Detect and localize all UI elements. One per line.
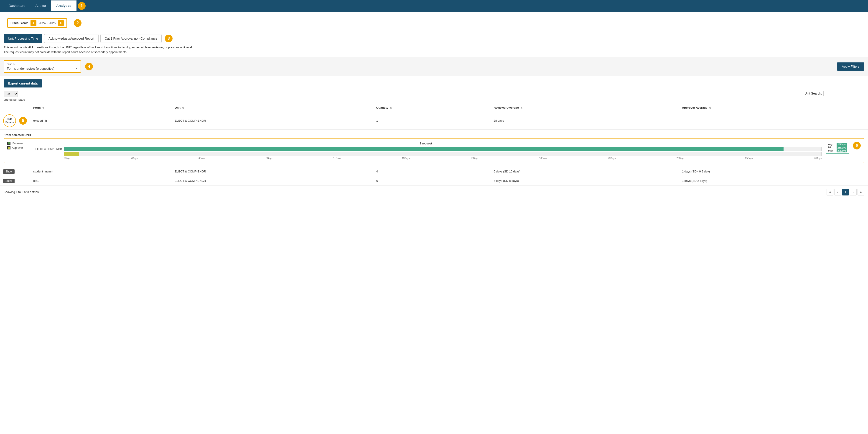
nav-tab-analytics[interactable]: Analytics: [51, 0, 76, 11]
tab-cat1-prior-approval[interactable]: Cat 1 Prior Approval non-Compliance: [100, 34, 162, 43]
table-row: Hide Details 5 exceed_th ELECT & COMP EN…: [0, 112, 868, 129]
row3-form-cell: cat1: [30, 176, 172, 185]
detail-inner: Reviewer Approver 1 request: [4, 138, 864, 163]
nav-bar: Dashboard Auditor Analytics 1: [0, 0, 868, 12]
table-controls: 251050100 entries per page Unit Search:: [4, 91, 864, 102]
row-approver-avg-cell: [679, 112, 868, 129]
step-badge-1: 1: [78, 2, 86, 10]
row-unit-cell: ELECT & COMP ENGR: [172, 112, 373, 129]
stat-min-val: 28Days: [837, 146, 847, 149]
col-header-unit[interactable]: Unit ⇅: [172, 104, 373, 112]
row-quantity-cell: 1: [373, 112, 490, 129]
step-badge-3: 3: [165, 35, 173, 42]
report-description: This report counts ALL transitions throu…: [4, 45, 864, 55]
export-button[interactable]: Export current data: [4, 79, 42, 87]
hide-details-button[interactable]: Hide Details: [3, 114, 16, 127]
stat-max-label: Max: [828, 149, 833, 152]
nav-tab-auditor[interactable]: Auditor: [30, 0, 51, 11]
bar-reviewer: [64, 147, 783, 151]
col-header-form[interactable]: Form ⇅: [30, 104, 172, 112]
show-button-3[interactable]: Show: [3, 179, 14, 183]
from-label: From selected UNIT: [4, 133, 864, 137]
unit-search-input[interactable]: [824, 91, 864, 96]
data-table: Form ⇅ Unit ⇅ Quantity ⇅ Reviewer Averag…: [0, 104, 868, 186]
form-sort-icon: ⇅: [42, 107, 44, 109]
legend-approver: Approver: [7, 146, 26, 149]
step-badge-2: 2: [74, 19, 82, 27]
step-badge-5: 5: [19, 117, 27, 125]
stat-min-label: Min: [828, 146, 832, 149]
legend-reviewer-label: Reviewer: [12, 142, 23, 145]
row2-unit-cell: ELECT & COMP ENGR: [172, 167, 373, 176]
row3-reviewer-avg-cell: 4 days (SD 8 days): [490, 176, 679, 185]
legend-approver-color: [7, 146, 10, 149]
fiscal-prev-button[interactable]: <: [31, 20, 36, 26]
show-button-2[interactable]: Show: [3, 169, 14, 174]
row2-reviewer-avg-cell: 6 days (SD 10 days): [490, 167, 679, 176]
filter-row: Status: Forms under review (prospective)…: [0, 57, 868, 76]
detail-row: From selected UNIT Reviewer Approver: [0, 129, 868, 167]
row2-form-cell: student_invmnt: [30, 167, 172, 176]
bar-container-approver: [64, 152, 822, 156]
pagination-page-1[interactable]: 1: [842, 189, 849, 196]
pagination-next[interactable]: ›: [850, 189, 857, 196]
step-badge-4: 4: [85, 63, 93, 70]
pagination-bar: Showing 1 to 3 of 3 entries « ‹ 1 › »: [0, 186, 868, 198]
report-tab-bar: Unit Processing Time Acknowledged/Approv…: [4, 34, 162, 43]
fiscal-next-button[interactable]: >: [58, 20, 64, 26]
export-row: Export current data: [4, 79, 864, 87]
pagination-buttons: « ‹ 1 › »: [827, 189, 864, 196]
pagination-info: Showing 1 to 3 of 3 entries: [4, 190, 39, 194]
pagination-last[interactable]: »: [858, 189, 864, 196]
status-filter-label: Status:: [7, 63, 78, 66]
legend-approver-label: Approver: [12, 146, 23, 149]
unit-search-label: Unit Search:: [805, 92, 822, 95]
stat-max-val: 28Days: [837, 149, 847, 152]
col-header-approver-avg[interactable]: Approver Average ⇅: [679, 104, 868, 112]
row3-unit-cell: ELECT & COMP ENGR: [172, 176, 373, 185]
row3-approver-avg-cell: 1 days (SD 2 days): [679, 176, 868, 185]
legend-reviewer-color: [7, 142, 10, 145]
stat-avg-val: 28Days: [837, 143, 847, 146]
fiscal-year-value: 2024 - 2025: [39, 21, 56, 25]
chart-area: 1 request ELECT & COMP ENGR: [30, 142, 822, 160]
entries-per-page-select[interactable]: 251050100: [4, 91, 18, 97]
approver-sort-icon: ⇅: [709, 107, 711, 109]
col-header-action: [0, 104, 30, 112]
row2-action-cell: Show: [0, 167, 30, 176]
chart-unit-label: ELECT & COMP ENGR: [30, 148, 62, 150]
unit-sort-icon: ⇅: [182, 107, 184, 109]
desc-line1-prefix: This report counts: [4, 46, 28, 49]
tab-unit-processing[interactable]: Unit Processing Time: [4, 34, 42, 43]
desc-line1-suffix: transitions through the UNIT regardless …: [34, 46, 193, 49]
tab-acknowledged-approved[interactable]: Acknowledged/Approved Report: [44, 34, 99, 43]
nav-tab-dashboard[interactable]: Dashboard: [4, 0, 30, 11]
pagination-prev[interactable]: ‹: [834, 189, 841, 196]
table-row: Show cat1 ELECT & COMP ENGR 6 4 days (SD…: [0, 176, 868, 185]
row-reviewer-avg-cell: 28 days: [490, 112, 679, 129]
reviewer-sort-icon: ⇅: [521, 107, 522, 109]
col-header-reviewer-avg[interactable]: Reviewer Average ⇅: [490, 104, 679, 112]
row3-action-cell: Show: [0, 176, 30, 185]
pagination-first[interactable]: «: [827, 189, 833, 196]
row2-approver-avg-cell: 1 days (SD <0.9 day): [679, 167, 868, 176]
row-form-cell: exceed_th: [30, 112, 172, 129]
apply-filters-button[interactable]: Apply Filters: [837, 62, 864, 70]
bar-chart: ELECT & COMP ENGR: [30, 147, 822, 160]
bar-container-reviewer: [64, 147, 822, 151]
row-action-cell: Hide Details 5: [0, 112, 30, 129]
entries-label: entries per page: [4, 98, 25, 102]
status-filter-group: Status: Forms under review (prospective)…: [4, 60, 81, 73]
row2-quantity-cell: 4: [373, 167, 490, 176]
quantity-sort-icon: ⇅: [390, 107, 392, 109]
fiscal-year-selector: Fiscal Year: < 2024 - 2025 >: [7, 18, 67, 28]
stat-avg-label: Avg: [828, 143, 833, 146]
desc-all-bold: ALL: [28, 46, 34, 49]
row3-quantity-cell: 6: [373, 176, 490, 185]
chart-row-reviewer: ELECT & COMP ENGR: [30, 147, 822, 151]
col-header-quantity[interactable]: Quantity ⇅: [373, 104, 490, 112]
bar-approver: [64, 152, 79, 156]
desc-line2: The request count may not coincide with …: [4, 50, 127, 54]
status-filter-select[interactable]: Forms under review (prospective) All App…: [7, 67, 78, 70]
chart-request-count: 1 request: [30, 142, 822, 145]
